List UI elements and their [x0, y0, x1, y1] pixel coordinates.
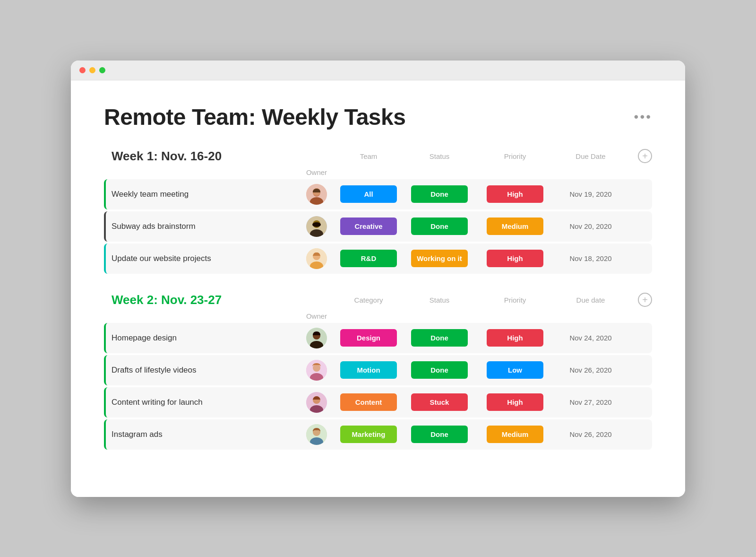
week2-col-priority: Priority	[477, 296, 553, 304]
table-row: Content writing for launch Cont	[104, 387, 652, 418]
due-date: Nov 27, 2020	[553, 398, 628, 406]
week2-col-owner: Owner	[298, 312, 335, 320]
week2-col-duedate: Due date	[553, 296, 628, 304]
priority-badge: Low	[487, 361, 543, 379]
week1-col-owner: Owner	[298, 168, 335, 176]
table-row: Instagram ads Marketing	[104, 419, 652, 450]
priority-badge: High	[487, 250, 543, 267]
week2-title: Week 2: Nov. 23-27	[112, 293, 298, 307]
owner-cell	[298, 392, 335, 413]
week2-owner-row: Owner	[104, 312, 652, 320]
avatar	[306, 216, 327, 237]
avatar	[306, 360, 327, 381]
main-content: Remote Team: Weekly Tasks ••• Week 1: No…	[71, 80, 685, 497]
team-badge: All	[340, 185, 397, 203]
avatar	[306, 392, 327, 413]
due-date: Nov 26, 2020	[553, 430, 628, 438]
status-cell: Done	[402, 361, 477, 379]
week2-add-column-button[interactable]: +	[638, 293, 652, 307]
priority-cell: High	[477, 329, 553, 347]
category-badge: Motion	[340, 361, 397, 379]
due-date: Nov 20, 2020	[553, 222, 628, 230]
week1-col-priority: Priority	[477, 152, 553, 160]
category-cell: Marketing	[335, 426, 402, 443]
avatar	[306, 184, 327, 205]
avatar	[306, 424, 327, 445]
priority-badge: High	[487, 393, 543, 411]
status-badge: Done	[411, 361, 468, 379]
owner-cell	[298, 328, 335, 348]
priority-cell: Medium	[477, 218, 553, 235]
svg-point-16	[313, 364, 320, 372]
due-date: Nov 18, 2020	[553, 254, 628, 262]
priority-cell: High	[477, 250, 553, 267]
page-header: Remote Team: Weekly Tasks •••	[104, 104, 652, 130]
owner-cell	[298, 424, 335, 445]
priority-badge: High	[487, 329, 543, 347]
table-row: Homepage design Design	[104, 323, 652, 353]
status-badge: Done	[411, 329, 468, 347]
status-cell: Working on it	[402, 250, 477, 267]
week2-table: Homepage design Design	[104, 323, 652, 450]
minimize-button[interactable]	[89, 67, 95, 73]
avatar	[306, 328, 327, 348]
status-cell: Done	[402, 218, 477, 235]
team-cell: All	[335, 185, 402, 203]
week2-col-status: Status	[402, 296, 477, 304]
task-name: Instagram ads	[112, 428, 298, 441]
week1-table: Weekly team meeting	[104, 179, 652, 274]
status-badge: Done	[411, 185, 468, 203]
priority-badge: High	[487, 185, 543, 203]
priority-cell: Medium	[477, 426, 553, 443]
week1-header-row: Week 1: Nov. 16-20 Team Status Priority …	[104, 149, 652, 164]
status-badge: Done	[411, 218, 468, 235]
status-cell: Stuck	[402, 393, 477, 411]
owner-cell	[298, 184, 335, 205]
week1-title: Week 1: Nov. 16-20	[112, 149, 298, 164]
category-badge: Design	[340, 329, 397, 347]
more-options-button[interactable]: •••	[634, 109, 652, 124]
week1-col-team: Team	[335, 152, 402, 160]
due-date: Nov 19, 2020	[553, 190, 628, 198]
team-cell: Creative	[335, 218, 402, 235]
due-date: Nov 26, 2020	[553, 366, 628, 374]
team-badge: R&D	[340, 250, 397, 267]
category-cell: Motion	[335, 361, 402, 379]
week1-col-duedate: Due Date	[553, 152, 628, 160]
owner-cell	[298, 216, 335, 237]
avatar	[306, 248, 327, 269]
priority-cell: Low	[477, 361, 553, 379]
table-row: Drafts of lifestyle videos Moti	[104, 355, 652, 385]
category-badge: Marketing	[340, 426, 397, 443]
week2-header-row: Week 2: Nov. 23-27 Category Status Prior…	[104, 293, 652, 307]
maximize-button[interactable]	[99, 67, 105, 73]
status-cell: Done	[402, 329, 477, 347]
week1-add-column-button[interactable]: +	[638, 149, 652, 163]
task-name: Content writing for launch	[112, 396, 298, 409]
status-badge: Working on it	[411, 250, 468, 267]
week1-col-status: Status	[402, 152, 477, 160]
task-name: Weekly team meeting	[112, 188, 298, 201]
owner-cell	[298, 360, 335, 381]
table-row: Subway ads brainstorm Creative	[104, 211, 652, 242]
page-title: Remote Team: Weekly Tasks	[104, 104, 405, 130]
week1-owner-row: Owner	[104, 168, 652, 176]
status-badge: Done	[411, 426, 468, 443]
week2-section: Week 2: Nov. 23-27 Category Status Prior…	[104, 293, 652, 450]
priority-badge: Medium	[487, 218, 543, 235]
task-name: Drafts of lifestyle videos	[112, 364, 298, 377]
close-button[interactable]	[79, 67, 86, 73]
priority-cell: High	[477, 185, 553, 203]
task-name: Homepage design	[112, 331, 298, 345]
category-badge: Content	[340, 393, 397, 411]
task-name: Subway ads brainstorm	[112, 220, 298, 233]
week1-section: Week 1: Nov. 16-20 Team Status Priority …	[104, 149, 652, 274]
week2-col-category: Category	[335, 296, 402, 304]
status-badge: Stuck	[411, 393, 468, 411]
owner-cell	[298, 248, 335, 269]
table-row: Weekly team meeting	[104, 179, 652, 209]
status-cell: Done	[402, 426, 477, 443]
due-date: Nov 24, 2020	[553, 334, 628, 342]
table-row: Update our website projects R&D	[104, 244, 652, 274]
app-window: Remote Team: Weekly Tasks ••• Week 1: No…	[71, 61, 685, 497]
